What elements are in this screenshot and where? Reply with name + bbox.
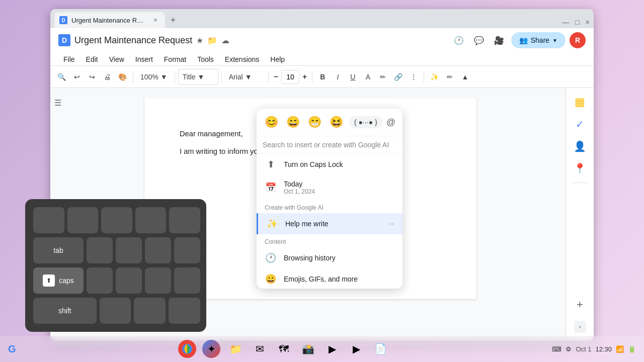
- minimize-button[interactable]: —: [562, 18, 569, 26]
- emoji-dots[interactable]: ( ●···● ): [349, 116, 382, 128]
- right-panel: ▦ ✓ 👤 📍 + ›: [566, 88, 594, 341]
- kb-key-r4-2[interactable]: [134, 298, 166, 324]
- kb-key-blank-4[interactable]: [135, 207, 167, 233]
- style-chevron-icon: ▼: [198, 73, 205, 81]
- maps-icon[interactable]: 📍: [570, 158, 590, 178]
- gmail-icon[interactable]: ✉: [251, 340, 269, 358]
- redo-button[interactable]: ↪: [85, 69, 99, 85]
- kb-key-r2-3[interactable]: [145, 237, 171, 263]
- star-icon[interactable]: ★: [196, 36, 203, 45]
- maximize-button[interactable]: □: [575, 18, 579, 26]
- help-me-write-item[interactable]: ✨ Help me write →: [257, 213, 403, 234]
- sparkle-icon: ✨: [266, 218, 278, 229]
- caps-key[interactable]: ⬆ caps: [33, 267, 84, 294]
- collapse-toolbar-button[interactable]: ▲: [458, 69, 472, 85]
- kb-key-r2-4[interactable]: [174, 237, 200, 263]
- photos-icon[interactable]: 📸: [299, 340, 317, 358]
- keyboard-row-1: [33, 207, 200, 233]
- chrome-icon[interactable]: [178, 340, 196, 358]
- avatar[interactable]: R: [570, 32, 586, 48]
- kb-key-blank-5[interactable]: [169, 207, 200, 233]
- new-tab-button[interactable]: +: [166, 13, 180, 27]
- folder-icon[interactable]: 📁: [207, 36, 217, 45]
- kb-key-r2-1[interactable]: [87, 237, 113, 263]
- style-dropdown[interactable]: Title ▼: [178, 69, 218, 85]
- emoji-at-icon[interactable]: @: [386, 117, 395, 128]
- kb-key-r2-2[interactable]: [116, 237, 142, 263]
- menu-extensions[interactable]: Extensions: [220, 53, 264, 65]
- meet-button[interactable]: 🎥: [491, 32, 507, 48]
- link-button[interactable]: 🔗: [391, 69, 406, 85]
- kb-key-r3-3[interactable]: [145, 267, 171, 294]
- shift-key[interactable]: shift: [33, 298, 97, 324]
- popup-search-input[interactable]: [263, 141, 396, 149]
- maps-taskbar-icon[interactable]: 🗺: [275, 340, 293, 358]
- more-button[interactable]: ⋮: [407, 69, 421, 85]
- add-panel-button[interactable]: +: [570, 295, 590, 315]
- menu-insert[interactable]: Insert: [130, 53, 158, 65]
- paint-format-button[interactable]: 🎨: [115, 69, 130, 85]
- share-button[interactable]: 👥 Share ▼: [511, 32, 566, 48]
- files-icon[interactable]: 📁: [226, 340, 245, 358]
- highlight-button[interactable]: ✏: [376, 69, 390, 85]
- emojis-gifs-item[interactable]: 😀 Emojis, GIFs, and more: [257, 268, 403, 289]
- help-write-arrow: →: [388, 220, 394, 227]
- today-item[interactable]: 📅 Today Oct 1, 2024: [257, 175, 403, 200]
- tasks-icon[interactable]: ✓: [570, 114, 590, 134]
- contacts-icon[interactable]: 👤: [570, 136, 590, 156]
- font-size-plus[interactable]: +: [300, 72, 309, 81]
- play-store-icon[interactable]: ▶: [323, 340, 341, 358]
- tab-close-button[interactable]: ×: [151, 16, 160, 25]
- taskbar-right: ⌨ ⚙ Oct 1 12:30 📶 🔋: [552, 345, 636, 353]
- history-button[interactable]: 🕐: [451, 32, 467, 48]
- undo-button[interactable]: ↩: [70, 69, 84, 85]
- comment-button[interactable]: 💬: [471, 32, 487, 48]
- insert-popup: 😊 😄 😁 😆 ( ●···● ) @ ⬆ Turn on Caps Lock …: [257, 109, 403, 289]
- kb-key-r3-1[interactable]: [87, 267, 113, 294]
- caps-lock-item[interactable]: ⬆ Turn on Caps Lock: [257, 154, 403, 175]
- docs-taskbar-icon[interactable]: 📄: [371, 340, 389, 358]
- search-button[interactable]: 🔍: [54, 69, 69, 85]
- toolbar-divider-2: [175, 71, 175, 83]
- font-size-input[interactable]: 10: [281, 70, 299, 84]
- kb-key-r4-1[interactable]: [100, 298, 131, 324]
- docs-title: Urgent Maintenance Request: [74, 35, 192, 46]
- print-button[interactable]: 🖨: [100, 69, 114, 85]
- ai-button[interactable]: ✨: [427, 69, 442, 85]
- menu-edit[interactable]: Edit: [81, 53, 103, 65]
- tab-key[interactable]: tab: [33, 237, 84, 263]
- youtube-icon[interactable]: ▶: [347, 340, 365, 358]
- kb-key-blank-1[interactable]: [33, 207, 64, 233]
- font-dropdown[interactable]: Arial ▼: [225, 69, 265, 85]
- menu-file[interactable]: File: [58, 53, 80, 65]
- menu-tools[interactable]: Tools: [192, 53, 219, 65]
- bold-button[interactable]: B: [315, 69, 330, 85]
- kb-key-blank-3[interactable]: [101, 207, 132, 233]
- edit-mode-button[interactable]: ✏: [443, 69, 457, 85]
- zoom-dropdown[interactable]: 100% ▼: [136, 69, 172, 85]
- emoji-1[interactable]: 😊: [263, 114, 280, 131]
- menu-format[interactable]: Format: [159, 53, 191, 65]
- cloud-icon[interactable]: ☁: [221, 36, 229, 45]
- emoji-3[interactable]: 😁: [306, 114, 324, 131]
- emoji-4[interactable]: 😆: [328, 114, 345, 131]
- emoji-2[interactable]: 😄: [284, 114, 302, 131]
- browsing-history-item[interactable]: 🕐 Browsing history: [257, 247, 403, 268]
- kb-key-r4-3[interactable]: [169, 298, 200, 324]
- caps-lock-icon: ⬆: [265, 159, 277, 170]
- kb-key-r3-2[interactable]: [116, 267, 142, 294]
- keep-icon[interactable]: ▦: [570, 92, 590, 112]
- assistant-icon[interactable]: ✦: [202, 340, 220, 358]
- font-size-minus[interactable]: −: [272, 72, 280, 81]
- close-button[interactable]: ×: [586, 18, 590, 26]
- text-color-button[interactable]: A: [361, 69, 375, 85]
- kb-key-blank-2[interactable]: [67, 207, 99, 233]
- menu-help[interactable]: Help: [265, 53, 290, 65]
- underline-button[interactable]: U: [346, 69, 360, 85]
- collapse-panel-button[interactable]: ›: [574, 321, 586, 333]
- popup-search-area[interactable]: [257, 136, 403, 154]
- active-tab[interactable]: D Urgent Maintenance Request ×: [54, 12, 165, 28]
- italic-button[interactable]: I: [331, 69, 345, 85]
- menu-view[interactable]: View: [104, 53, 129, 65]
- kb-key-r3-4[interactable]: [174, 267, 200, 294]
